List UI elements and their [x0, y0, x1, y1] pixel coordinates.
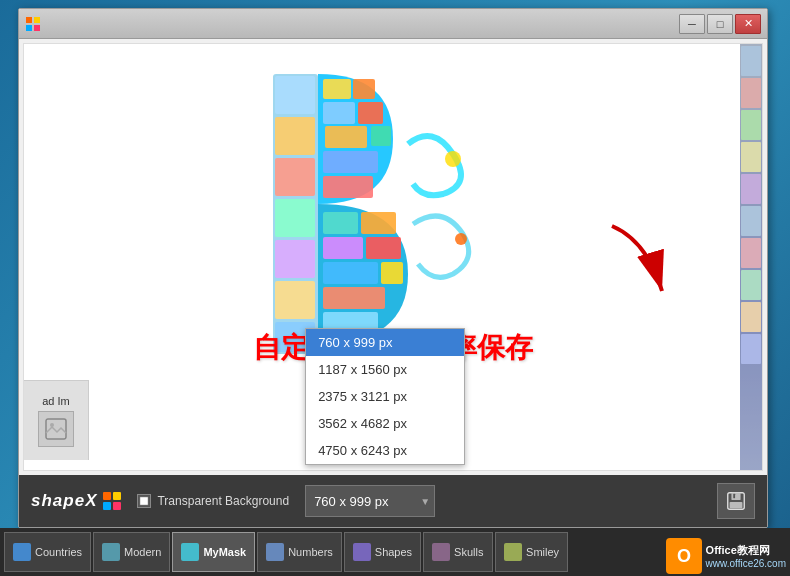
- transparent-bg-checkbox[interactable]: [137, 494, 151, 508]
- resolution-dropdown-wrapper: 760 x 999 px 1187 x 1560 px 2375 x 3121 …: [305, 485, 435, 517]
- title-bar: ─ □ ✕: [19, 9, 767, 39]
- svg-rect-23: [275, 158, 315, 196]
- brand-name: shapeX: [31, 491, 97, 511]
- bottom-toolbar: shapeX Transparent Backgr: [19, 475, 767, 527]
- svg-rect-15: [323, 237, 363, 259]
- taskbar-label-countries: Countries: [35, 546, 82, 558]
- svg-rect-1: [34, 17, 40, 23]
- left-panel-label: ad Im: [42, 395, 70, 407]
- svg-rect-25: [275, 240, 315, 278]
- office-text-area: Office教程网 www.office26.com: [706, 543, 786, 569]
- taskbar-label-shapes: Shapes: [375, 546, 412, 558]
- dropdown-option-2[interactable]: 2375 x 3121 px: [306, 383, 464, 410]
- svg-rect-19: [323, 287, 385, 309]
- brand-logo-area: shapeX: [31, 491, 121, 511]
- dropdown-option-4[interactable]: 4750 x 6243 px: [306, 437, 464, 464]
- taskbar-thumb-modern: [102, 543, 120, 561]
- dropdown-option-1[interactable]: 1187 x 1560 px: [306, 356, 464, 383]
- taskbar-label-skulls: Skulls: [454, 546, 483, 558]
- svg-rect-13: [323, 212, 358, 234]
- collage-svg: [253, 64, 473, 364]
- app-title-icon: [25, 16, 41, 32]
- left-side-panel: ad Im: [24, 380, 89, 460]
- taskbar-item-countries[interactable]: Countries: [4, 532, 91, 572]
- taskbar: Countries Modern MyMask Numbers Shapes S…: [0, 528, 790, 576]
- title-bar-buttons: ─ □ ✕: [679, 14, 761, 34]
- taskbar-item-shapes[interactable]: Shapes: [344, 532, 421, 572]
- save-button[interactable]: [717, 483, 755, 519]
- svg-rect-24: [275, 199, 315, 237]
- office-line2: www.office26.com: [706, 558, 786, 569]
- minimize-button[interactable]: ─: [679, 14, 705, 34]
- brand-icon: [103, 492, 121, 510]
- svg-rect-10: [325, 126, 367, 148]
- image-placeholder-icon: [44, 417, 68, 441]
- arrow-icon: [597, 221, 677, 301]
- svg-rect-17: [323, 262, 378, 284]
- taskbar-thumb-shapes: [353, 543, 371, 561]
- left-panel-icon: [38, 411, 74, 447]
- taskbar-item-skulls[interactable]: Skulls: [423, 532, 493, 572]
- svg-rect-0: [26, 17, 32, 23]
- taskbar-thumb-numbers: [266, 543, 284, 561]
- svg-rect-8: [358, 102, 383, 124]
- transparent-bg-label: Transparent Background: [157, 494, 289, 508]
- title-bar-left: [25, 16, 41, 32]
- dropdown-option-3[interactable]: 3562 x 4682 px: [306, 410, 464, 437]
- office-brand-badge: O Office教程网 www.office26.com: [666, 538, 786, 574]
- svg-rect-21: [275, 76, 315, 114]
- arrow-annotation: [597, 221, 677, 305]
- checkbox-check-icon: [139, 496, 149, 506]
- resolution-selected-value: 760 x 999 px: [314, 494, 388, 509]
- svg-rect-5: [323, 79, 351, 99]
- dropdown-option-0[interactable]: 760 x 999 px: [306, 329, 464, 356]
- svg-rect-37: [733, 494, 735, 499]
- svg-rect-16: [366, 237, 401, 259]
- svg-point-29: [455, 233, 467, 245]
- svg-rect-26: [275, 281, 315, 319]
- maximize-button[interactable]: □: [707, 14, 733, 34]
- save-icon: [725, 490, 747, 512]
- taskbar-thumb-skulls: [432, 543, 450, 561]
- svg-point-28: [445, 151, 461, 167]
- svg-rect-33: [140, 497, 148, 505]
- taskbar-item-smiley[interactable]: Smiley: [495, 532, 568, 572]
- taskbar-item-modern[interactable]: Modern: [93, 532, 170, 572]
- svg-rect-22: [275, 117, 315, 155]
- taskbar-label-mymask: MyMask: [203, 546, 246, 558]
- svg-rect-14: [361, 212, 396, 234]
- taskbar-label-numbers: Numbers: [288, 546, 333, 558]
- resolution-dropdown-trigger[interactable]: 760 x 999 px ▼: [305, 485, 435, 517]
- right-strip: [740, 44, 762, 470]
- svg-rect-12: [323, 176, 373, 198]
- svg-text:O: O: [677, 546, 691, 566]
- desktop: ─ □ ✕: [0, 0, 790, 576]
- svg-rect-2: [26, 25, 32, 31]
- taskbar-thumb-smiley: [504, 543, 522, 561]
- app-window: ─ □ ✕: [18, 8, 768, 528]
- close-button[interactable]: ✕: [735, 14, 761, 34]
- office-line1: Office教程网: [706, 543, 786, 558]
- svg-rect-3: [34, 25, 40, 31]
- taskbar-thumb-mymask: [181, 543, 199, 561]
- svg-rect-18: [381, 262, 403, 284]
- resolution-dropdown-menu[interactable]: 760 x 999 px 1187 x 1560 px 2375 x 3121 …: [305, 328, 465, 465]
- taskbar-item-numbers[interactable]: Numbers: [257, 532, 342, 572]
- svg-rect-35: [731, 493, 740, 500]
- taskbar-thumb-countries: [13, 543, 31, 561]
- office-icon: O: [666, 538, 702, 574]
- svg-rect-36: [730, 502, 743, 508]
- dropdown-arrow-icon: ▼: [420, 496, 430, 507]
- taskbar-item-mymask[interactable]: MyMask: [172, 532, 255, 572]
- svg-rect-9: [371, 126, 391, 146]
- taskbar-label-smiley: Smiley: [526, 546, 559, 558]
- window-content: 自定义拼图分辨率保存 ad Im: [19, 39, 767, 527]
- transparent-background-option[interactable]: Transparent Background: [137, 494, 289, 508]
- svg-rect-11: [323, 151, 378, 173]
- svg-rect-7: [323, 102, 355, 124]
- svg-rect-6: [353, 79, 375, 99]
- taskbar-label-modern: Modern: [124, 546, 161, 558]
